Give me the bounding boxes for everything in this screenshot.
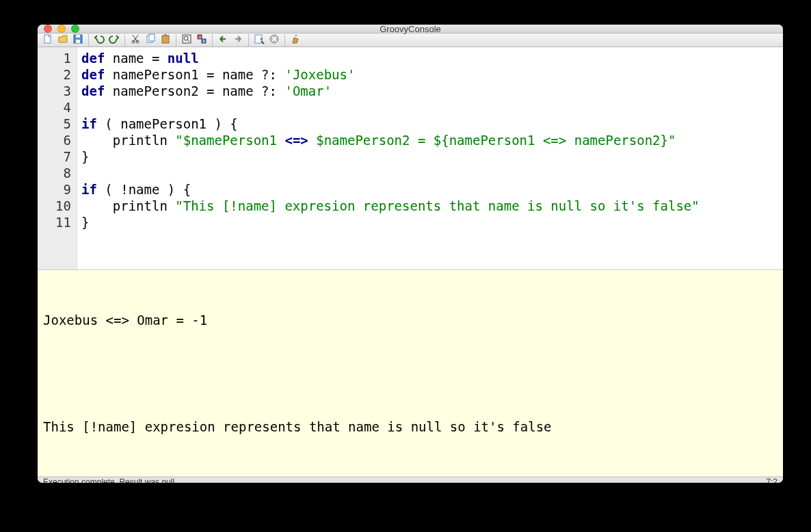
new-button[interactable]: [40, 34, 55, 46]
toolbar: ab: [38, 34, 783, 47]
token-kw: if: [81, 182, 97, 197]
code-line[interactable]: if ( namePerson1 ) {: [81, 116, 779, 132]
line-number: 6: [38, 132, 71, 148]
svg-rect-8: [162, 36, 169, 43]
code-line[interactable]: println "$namePerson1 <=> $namePerson2 =…: [81, 132, 779, 148]
cut-button[interactable]: [128, 34, 143, 46]
token: namePerson1 = name ?:: [105, 67, 284, 82]
line-number: 11: [38, 214, 71, 230]
output-pane[interactable]: Joxebus <=> Omar = -1 This [!name] expre…: [38, 269, 783, 477]
toolbar-separator: [248, 34, 249, 46]
new-icon: [42, 34, 53, 46]
traffic-lights: [38, 25, 79, 33]
line-number: 8: [38, 165, 71, 181]
save-icon: [72, 34, 83, 46]
paste-button[interactable]: [158, 34, 173, 46]
output-blank: [43, 364, 777, 382]
line-number: 1: [38, 50, 71, 66]
history-prev-button[interactable]: [215, 34, 230, 46]
line-number: 7: [38, 148, 71, 165]
cut-icon: [130, 34, 141, 46]
replace-button[interactable]: ab: [194, 34, 209, 46]
status-bar: Execution complete. Result was null. 7:2: [38, 477, 783, 483]
line-number: 5: [38, 116, 71, 132]
run-button[interactable]: [252, 34, 267, 46]
token: println: [81, 133, 175, 148]
minimize-button[interactable]: [57, 25, 66, 33]
token-kw: def: [81, 83, 105, 98]
token-kw: if: [81, 116, 97, 131]
zoom-button[interactable]: [71, 25, 79, 33]
token: name =: [105, 51, 168, 66]
code-line[interactable]: def name = null: [81, 50, 779, 66]
close-button[interactable]: [44, 25, 52, 33]
code-line[interactable]: def namePerson1 = name ?: 'Joxebus': [81, 66, 779, 83]
code-line[interactable]: }: [81, 214, 779, 230]
code-line[interactable]: def namePerson2 = name ?: 'Omar': [81, 83, 779, 99]
svg-text:b: b: [203, 39, 205, 43]
token-str: "$namePerson1: [175, 133, 284, 148]
code-line[interactable]: }: [81, 148, 779, 165]
token: namePerson2 = name ?:: [105, 83, 284, 98]
find-icon: [181, 34, 192, 46]
code-line[interactable]: [81, 165, 779, 181]
svg-rect-3: [76, 35, 80, 38]
toolbar-separator: [212, 34, 213, 46]
stop-icon: [269, 34, 280, 46]
redo-icon: [109, 34, 120, 46]
toolbar-separator: [284, 34, 285, 46]
find-button[interactable]: [179, 34, 194, 46]
open-button[interactable]: [55, 34, 70, 46]
token-op: <=>: [284, 133, 308, 148]
token-brace: }: [81, 149, 89, 164]
save-button[interactable]: [70, 34, 85, 46]
token: }: [81, 215, 89, 230]
toolbar-separator: [176, 34, 176, 46]
token-brace: {: [183, 182, 191, 197]
open-icon: [57, 34, 68, 46]
token-str: $namePerson2 = ${namePerson1 <=> namePer…: [308, 133, 676, 148]
token-kwnull: null: [168, 51, 199, 66]
titlebar: GroovyConsole: [38, 25, 783, 34]
svg-rect-2: [76, 40, 80, 43]
token: ( namePerson1 ): [97, 116, 230, 131]
undo-icon: [94, 34, 105, 46]
stop-button[interactable]: [267, 34, 282, 46]
toolbar-separator: [124, 34, 125, 46]
code-editor[interactable]: 1234567891011 def name = nulldef namePer…: [38, 47, 783, 269]
output-line: Joxebus <=> Omar = -1: [43, 311, 777, 329]
line-number: 3: [38, 83, 71, 99]
redo-button[interactable]: [107, 34, 122, 46]
code-area[interactable]: def name = nulldef namePerson1 = name ?:…: [77, 47, 783, 269]
run-icon: [254, 34, 265, 46]
history-next-icon: [232, 34, 243, 46]
token-str: 'Omar': [284, 83, 332, 98]
copy-icon: [145, 34, 156, 46]
status-left: Execution complete. Result was null.: [43, 477, 176, 483]
code-line[interactable]: println "This [!name] expresion represen…: [81, 198, 779, 214]
svg-text:a: a: [199, 35, 201, 39]
code-line[interactable]: [81, 99, 779, 116]
token-str: "This [!name] expresion represents that …: [175, 198, 699, 213]
undo-button[interactable]: [92, 34, 107, 46]
svg-rect-0: [44, 35, 51, 43]
line-gutter: 1234567891011: [38, 47, 77, 269]
line-number: 10: [38, 198, 71, 214]
token-kw: def: [81, 67, 105, 82]
replace-icon: ab: [196, 34, 207, 46]
token-kw: def: [81, 51, 105, 66]
clear-icon: [290, 34, 301, 46]
status-right: 7:2: [766, 477, 777, 483]
code-line[interactable]: if ( !name ) {: [81, 181, 779, 198]
token: println: [81, 198, 175, 213]
history-prev-icon: [217, 34, 228, 46]
history-next-button[interactable]: [230, 34, 245, 46]
token: ( !name ): [97, 182, 183, 197]
clear-button[interactable]: [288, 34, 303, 46]
app-window: GroovyConsole ab 1234567891011 def name …: [38, 25, 783, 483]
token-str: 'Joxebus': [284, 67, 355, 82]
copy-button[interactable]: [143, 34, 158, 46]
line-number: 9: [38, 181, 71, 198]
paste-icon: [160, 34, 171, 46]
line-number: 4: [38, 99, 71, 116]
